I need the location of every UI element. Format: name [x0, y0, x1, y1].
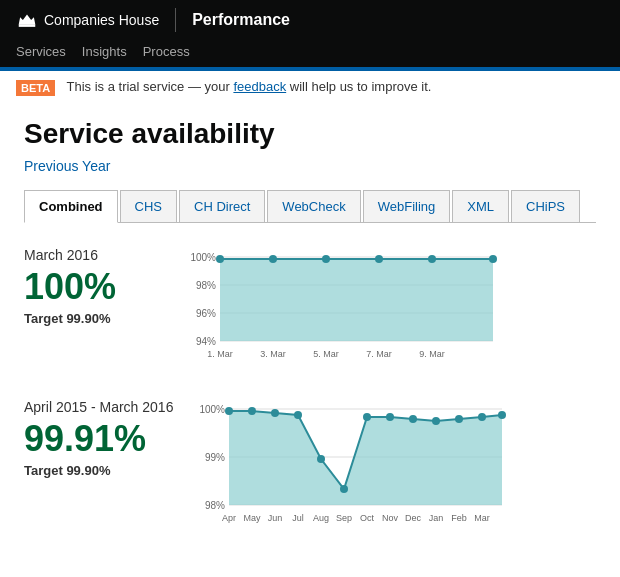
- svg-point-14: [428, 255, 436, 263]
- svg-text:Dec: Dec: [405, 513, 422, 523]
- page-title: Service availability: [24, 118, 596, 150]
- svg-text:Apr: Apr: [222, 513, 236, 523]
- svg-text:May: May: [244, 513, 262, 523]
- svg-text:5. Mar: 5. Mar: [313, 349, 339, 359]
- svg-point-30: [271, 409, 279, 417]
- header-nav: Services Insights Process: [0, 40, 620, 67]
- svg-rect-0: [19, 24, 36, 27]
- chart-period-1: March 2016: [24, 247, 164, 263]
- svg-text:9. Mar: 9. Mar: [419, 349, 445, 359]
- chart-info-march2016: March 2016 100% Target 99.90%: [24, 247, 164, 326]
- svg-marker-27: [229, 411, 502, 505]
- logo: Companies House: [16, 9, 159, 31]
- svg-text:Feb: Feb: [452, 513, 468, 523]
- nav-insights[interactable]: Insights: [82, 44, 127, 59]
- svg-point-12: [322, 255, 330, 263]
- svg-point-13: [375, 255, 383, 263]
- chart-annual: 100% 99% 98%: [197, 399, 596, 529]
- tab-bar: Combined CHS CH Direct WebCheck WebFilin…: [24, 190, 596, 223]
- beta-tag: BETA: [16, 80, 55, 96]
- chart-value-1: 100%: [24, 267, 164, 307]
- svg-point-37: [432, 417, 440, 425]
- main-content: Service availability Previous Year Combi…: [0, 102, 620, 577]
- nav-process[interactable]: Process: [143, 44, 190, 59]
- svg-text:Oct: Oct: [360, 513, 375, 523]
- svg-text:Sep: Sep: [336, 513, 352, 523]
- tab-chips[interactable]: CHiPS: [511, 190, 580, 222]
- svg-text:Jun: Jun: [268, 513, 283, 523]
- site-header: Companies House Performance: [0, 0, 620, 40]
- svg-point-29: [248, 407, 256, 415]
- tab-chs[interactable]: CHS: [120, 190, 177, 222]
- svg-point-32: [317, 455, 325, 463]
- chart-section-march2016: March 2016 100% Target 99.90% 100% 98% 9…: [24, 247, 596, 367]
- tab-xml[interactable]: XML: [452, 190, 509, 222]
- tab-ch-direct[interactable]: CH Direct: [179, 190, 265, 222]
- beta-text: This is a trial service — your: [67, 79, 234, 94]
- chart-march2016: 100% 98% 96% 94%: [188, 247, 596, 367]
- svg-text:100%: 100%: [190, 252, 216, 263]
- brand-name: Companies House: [44, 12, 159, 28]
- svg-text:Aug: Aug: [313, 513, 329, 523]
- svg-point-11: [269, 255, 277, 263]
- header-title: Performance: [192, 11, 290, 29]
- svg-point-35: [386, 413, 394, 421]
- svg-text:98%: 98%: [196, 280, 216, 291]
- svg-text:Mar: Mar: [475, 513, 491, 523]
- chart-target-1: Target 99.90%: [24, 311, 164, 326]
- svg-point-15: [489, 255, 497, 263]
- svg-text:Jul: Jul: [293, 513, 305, 523]
- chart-info-annual: April 2015 - March 2016 99.91% Target 99…: [24, 399, 173, 478]
- beta-text-after: will help us to improve it.: [286, 79, 431, 94]
- tab-combined[interactable]: Combined: [24, 190, 118, 223]
- beta-banner: BETA This is a trial service — your feed…: [0, 67, 620, 102]
- chart-section-annual: April 2015 - March 2016 99.91% Target 99…: [24, 399, 596, 529]
- svg-text:7. Mar: 7. Mar: [366, 349, 392, 359]
- svg-point-39: [478, 413, 486, 421]
- svg-point-36: [409, 415, 417, 423]
- svg-text:Nov: Nov: [382, 513, 399, 523]
- header-divider: [175, 8, 176, 32]
- nav-services[interactable]: Services: [16, 44, 66, 59]
- svg-text:3. Mar: 3. Mar: [260, 349, 286, 359]
- chart-period-2: April 2015 - March 2016: [24, 399, 173, 415]
- tab-webcheck[interactable]: WebCheck: [267, 190, 360, 222]
- tab-webfiling[interactable]: WebFiling: [363, 190, 451, 222]
- svg-point-33: [340, 485, 348, 493]
- svg-point-31: [294, 411, 302, 419]
- svg-point-38: [455, 415, 463, 423]
- svg-text:100%: 100%: [200, 404, 226, 415]
- svg-point-10: [216, 255, 224, 263]
- svg-text:98%: 98%: [205, 500, 225, 511]
- svg-text:Jan: Jan: [429, 513, 444, 523]
- svg-text:99%: 99%: [205, 452, 225, 463]
- chart-target-2: Target 99.90%: [24, 463, 173, 478]
- svg-marker-9: [220, 259, 493, 341]
- feedback-link[interactable]: feedback: [233, 79, 286, 94]
- svg-point-28: [225, 407, 233, 415]
- svg-text:94%: 94%: [196, 336, 216, 347]
- chart-value-2: 99.91%: [24, 419, 173, 459]
- svg-point-34: [363, 413, 371, 421]
- svg-point-40: [498, 411, 506, 419]
- svg-text:1. Mar: 1. Mar: [207, 349, 233, 359]
- prev-year-link[interactable]: Previous Year: [24, 158, 596, 174]
- crown-icon: [16, 9, 38, 31]
- svg-text:96%: 96%: [196, 308, 216, 319]
